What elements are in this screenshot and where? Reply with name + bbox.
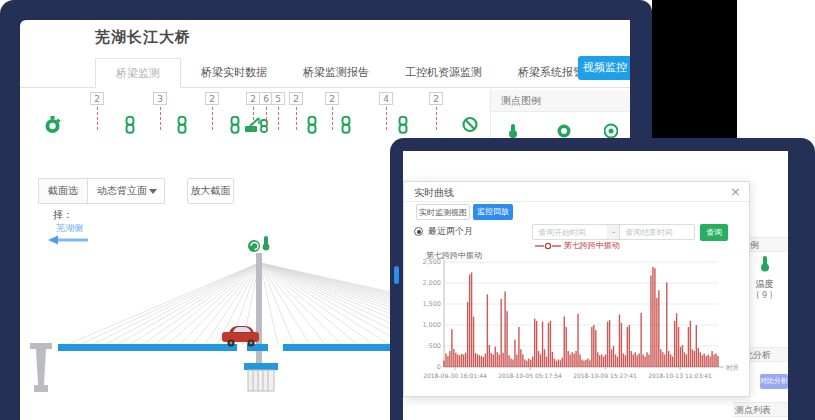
sidebar-point-list-header: 测点列表 <box>733 402 788 417</box>
dialog-header: 实时曲线 × <box>404 182 749 202</box>
vibration-chart: 05001,0001,5002,0002,5002018-09-30 16:01… <box>418 259 738 391</box>
sensor-tick-line <box>436 107 437 130</box>
sensor-strip: 2322652242 <box>20 90 482 142</box>
chain-icon[interactable] <box>124 116 136 138</box>
tab-playback[interactable]: 监控回放 <box>473 204 513 220</box>
sensor-legend-icon <box>604 123 618 138</box>
svg-text:500: 500 <box>429 342 441 350</box>
legend-marker-icon <box>535 242 561 250</box>
bridge-svg: 芜湖侧 <box>30 215 402 420</box>
sensor-legend-icon <box>557 123 571 138</box>
sensor-count-badge[interactable]: 3 <box>153 92 167 105</box>
gps-sensor-icon <box>248 240 260 252</box>
svg-text:1,500: 1,500 <box>422 300 441 308</box>
block-icon[interactable] <box>462 116 478 137</box>
radio-last-two-months[interactable] <box>414 227 423 236</box>
section-select-label: 截面选择： <box>38 178 88 204</box>
sensor-tick-line <box>278 107 279 130</box>
bridge-diagram: 芜湖侧 <box>30 215 402 420</box>
bridge-abutment <box>30 343 52 392</box>
svg-text:2,500: 2,500 <box>422 259 441 266</box>
tab-0[interactable]: 桥梁监测 <box>95 58 181 88</box>
bridge-side-label: 芜湖侧 <box>56 223 83 233</box>
section-toolbar: 截面选择： 动态背立面 放大截面 <box>20 178 410 205</box>
pier-piles <box>248 370 274 391</box>
scroll-indicator <box>394 266 399 284</box>
bridge-deck <box>283 344 393 351</box>
compare-analysis-button[interactable]: 对比分析 <box>760 374 788 389</box>
close-icon[interactable]: × <box>730 184 741 199</box>
start-time-input[interactable] <box>532 224 608 240</box>
tab-bar: 桥梁监测桥梁实时数据桥梁监测报告工控机资源监测桥梁系统报警 <box>20 58 630 88</box>
sensor-count-badge[interactable]: 5 <box>271 92 285 105</box>
sensor-tick-line <box>296 107 297 130</box>
legend-panel-title: 测点图例 <box>491 90 630 112</box>
legend-label: 第七跨跨中振动 <box>564 241 620 250</box>
enlarge-section-button[interactable]: 放大截面 <box>187 178 234 204</box>
video-monitor-button[interactable]: 视频监控 <box>578 56 630 80</box>
sensor-tick-line <box>266 107 267 130</box>
background-patch <box>652 0 737 139</box>
svg-text:2018-10-09 15:27:41: 2018-10-09 15:27:41 <box>573 372 637 379</box>
svg-text:时间: 时间 <box>726 364 738 372</box>
svg-text:2018-09-30 16:01:44: 2018-09-30 16:01:44 <box>423 372 487 379</box>
svg-text:1,000: 1,000 <box>422 321 441 329</box>
svg-text:2,000: 2,000 <box>422 279 441 287</box>
pier-cap <box>244 363 278 370</box>
thermometer-icon <box>758 255 772 272</box>
thermometer-icon <box>507 123 519 138</box>
dialog-title: 实时曲线 <box>414 186 454 200</box>
sensor-count-badge[interactable]: 2 <box>90 92 104 105</box>
chain-icon[interactable] <box>229 116 241 138</box>
car <box>222 326 259 347</box>
sensor-tick-line <box>386 107 387 130</box>
tab-1[interactable]: 桥梁实时数据 <box>201 58 267 88</box>
svg-text:0: 0 <box>437 363 441 371</box>
end-time-input[interactable] <box>619 224 695 240</box>
bridge-deck <box>58 344 237 351</box>
radio-label: 最近两个月 <box>428 225 473 238</box>
svg-text:2018-10-13 11:03:41: 2018-10-13 11:03:41 <box>648 372 712 379</box>
overlay-window: 测点图例 温度 ( 9 ) 对比分析 对比分析 测点列表 实时曲线 × 实时监测… <box>403 151 788 420</box>
thermometer-icon <box>263 236 270 250</box>
chain-icon[interactable] <box>306 116 318 138</box>
sensor-count-badge[interactable]: 2 <box>246 92 260 105</box>
sensor-count-badge[interactable]: 2 <box>289 92 303 105</box>
left-arrow-icon <box>48 236 88 245</box>
chain-icon[interactable] <box>176 116 188 138</box>
overlay-window-frame: 测点图例 温度 ( 9 ) 对比分析 对比分析 测点列表 实时曲线 × 实时监测… <box>390 138 815 420</box>
legend-panel: 测点图例 <box>490 90 630 138</box>
gauge-icon[interactable] <box>44 116 61 138</box>
query-button[interactable]: 查询 <box>700 224 728 241</box>
tab-4[interactable]: 桥梁系统报警 <box>518 58 584 88</box>
sensor-count-badge[interactable]: 2 <box>429 92 443 105</box>
sensor-count-badge[interactable]: 2 <box>325 92 339 105</box>
page-title: 芜湖长江大桥 <box>95 28 191 47</box>
sensor-count-badge[interactable]: 4 <box>379 92 393 105</box>
realtime-curve-dialog: 实时曲线 × 实时监测视图 监控回放 最近两个月 - 查询 第七跨跨中振动 第七… <box>403 181 750 397</box>
tab-2[interactable]: 桥梁监测报告 <box>303 58 369 88</box>
tab-3[interactable]: 工控机资源监测 <box>405 58 482 88</box>
sensor-tick-line <box>160 107 161 130</box>
section-select-dropdown[interactable]: 动态背立面 <box>87 178 165 204</box>
svg-text:2018-10-05 05:17:54: 2018-10-05 05:17:54 <box>498 372 562 379</box>
sensor-tick-line <box>97 107 98 130</box>
sensor-tick-line <box>332 107 333 130</box>
sensor-tick-line <box>253 107 254 130</box>
chain-icon[interactable] <box>340 116 352 138</box>
sensor-count-badge[interactable]: 2 <box>205 92 219 105</box>
chain-icon[interactable] <box>397 116 409 138</box>
section-select-value: 动态背立面 <box>97 185 147 196</box>
sensor-tick-line <box>212 107 213 130</box>
tab-realtime-view[interactable]: 实时监测视图 <box>416 204 470 220</box>
chevron-down-icon <box>149 189 157 194</box>
